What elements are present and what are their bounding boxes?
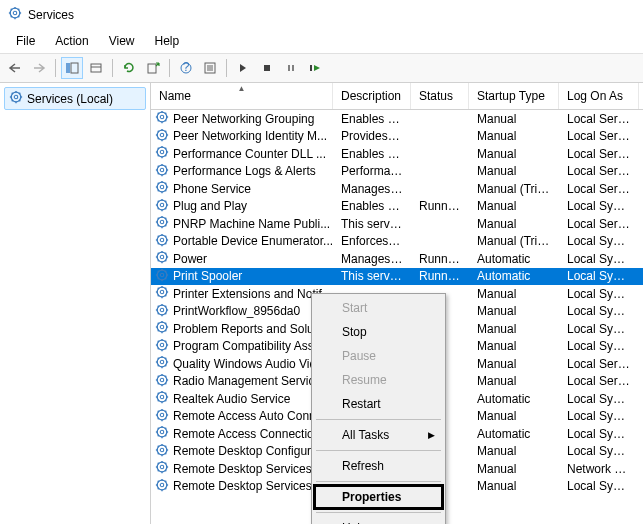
service-row[interactable]: Peer Networking GroupingEnables mul...Ma…	[151, 110, 643, 128]
service-name: Problem Reports and Soluti...	[173, 322, 330, 336]
toolbar-separator	[55, 59, 56, 77]
gear-icon	[155, 215, 169, 232]
show-hide-tree-button[interactable]	[61, 57, 83, 79]
forward-button[interactable]	[28, 57, 50, 79]
service-row[interactable]: Print SpoolerThis service ...RunningAuto…	[151, 268, 643, 286]
service-logon: Local Syste...	[559, 269, 639, 283]
service-row[interactable]: Plug and PlayEnables a c...RunningManual…	[151, 198, 643, 216]
service-name: Quality Windows Audio Vid...	[173, 357, 326, 371]
service-startup: Automatic	[469, 252, 559, 266]
service-name: Remote Access Auto Conne...	[173, 409, 332, 423]
context-menu: Start Stop Pause Resume Restart All Task…	[311, 293, 446, 524]
column-header-name[interactable]: Name▲	[151, 83, 333, 109]
service-startup: Manual	[469, 217, 559, 231]
menu-file[interactable]: File	[6, 31, 45, 51]
gear-icon	[155, 425, 169, 442]
sidebar-services-local[interactable]: Services (Local)	[4, 87, 146, 110]
service-row[interactable]: Performance Logs & AlertsPerformanc...Ma…	[151, 163, 643, 181]
service-logon: Local Syste...	[559, 409, 639, 423]
service-description: This service ...	[333, 217, 411, 231]
service-startup: Manual (Trig...	[469, 182, 559, 196]
gear-icon	[155, 285, 169, 302]
service-name: Portable Device Enumerator...	[173, 234, 333, 248]
context-stop[interactable]: Stop	[314, 320, 443, 344]
service-startup: Manual	[469, 112, 559, 126]
service-startup: Manual	[469, 479, 559, 493]
gear-icon	[155, 320, 169, 337]
menu-help[interactable]: Help	[145, 31, 190, 51]
context-pause: Pause	[314, 344, 443, 368]
gear-icon	[155, 373, 169, 390]
sidebar: Services (Local)	[0, 83, 151, 524]
service-name: Performance Logs & Alerts	[173, 164, 316, 178]
start-service-button[interactable]	[232, 57, 254, 79]
gear-icon	[155, 303, 169, 320]
pause-service-button[interactable]	[280, 57, 302, 79]
stop-service-button[interactable]	[256, 57, 278, 79]
service-logon: Local Syste...	[559, 287, 639, 301]
service-name: PNRP Machine Name Publi...	[173, 217, 330, 231]
context-restart[interactable]: Restart	[314, 392, 443, 416]
service-row[interactable]: Phone ServiceManages th...Manual (Trig..…	[151, 180, 643, 198]
service-name: Peer Networking Grouping	[173, 112, 314, 126]
service-row[interactable]: Peer Networking Identity M...Provides id…	[151, 128, 643, 146]
service-startup: Manual	[469, 147, 559, 161]
service-name: Remote Desktop Configurat...	[173, 444, 331, 458]
properties2-button[interactable]	[199, 57, 221, 79]
refresh-button[interactable]	[118, 57, 140, 79]
service-name: Plug and Play	[173, 199, 247, 213]
menu-action[interactable]: Action	[45, 31, 98, 51]
window-title: Services	[28, 8, 74, 22]
service-logon: Local Syste...	[559, 252, 639, 266]
service-name: Printer Extensions and Notif...	[173, 287, 332, 301]
svg-rect-24	[310, 65, 312, 71]
help-button[interactable]: ?	[175, 57, 197, 79]
context-resume: Resume	[314, 368, 443, 392]
service-startup: Manual	[469, 287, 559, 301]
service-name: Remote Desktop Services	[173, 462, 312, 476]
export-button[interactable]	[142, 57, 164, 79]
service-row[interactable]: Performance Counter DLL ...Enables rem..…	[151, 145, 643, 163]
service-startup: Manual	[469, 304, 559, 318]
service-name: Phone Service	[173, 182, 251, 196]
service-status: Running	[411, 252, 469, 266]
services-icon	[8, 6, 22, 23]
service-row[interactable]: PNRP Machine Name Publi...This service .…	[151, 215, 643, 233]
service-status: Running	[411, 269, 469, 283]
svg-rect-14	[148, 64, 156, 73]
service-name: PrintWorkflow_8956da0	[173, 304, 300, 318]
gear-icon	[155, 128, 169, 145]
service-logon: Local Service	[559, 147, 639, 161]
gear-icon	[155, 460, 169, 477]
service-startup: Automatic	[469, 392, 559, 406]
service-logon: Local Syste...	[559, 479, 639, 493]
svg-rect-21	[264, 65, 270, 71]
service-startup: Automatic	[469, 269, 559, 283]
context-help[interactable]: Help	[314, 516, 443, 524]
service-startup: Automatic	[469, 427, 559, 441]
service-name: Peer Networking Identity M...	[173, 129, 327, 143]
service-row[interactable]: Portable Device Enumerator...Enforces gr…	[151, 233, 643, 251]
service-name: Remote Desktop Services U...	[173, 479, 333, 493]
restart-service-button[interactable]	[304, 57, 326, 79]
column-header-logon[interactable]: Log On As	[559, 83, 639, 109]
context-properties[interactable]: Properties	[314, 485, 443, 509]
context-all-tasks[interactable]: All Tasks▶	[314, 423, 443, 447]
column-header-startup[interactable]: Startup Type	[469, 83, 559, 109]
service-startup: Manual	[469, 357, 559, 371]
gear-icon	[155, 390, 169, 407]
service-row[interactable]: PowerManages p...RunningAutomaticLocal S…	[151, 250, 643, 268]
gear-icon	[155, 478, 169, 495]
column-header-status[interactable]: Status	[411, 83, 469, 109]
gear-icon	[155, 110, 169, 127]
properties-button[interactable]	[85, 57, 107, 79]
service-logon: Local Service	[559, 357, 639, 371]
svg-rect-11	[71, 63, 78, 73]
back-button[interactable]	[4, 57, 26, 79]
gear-icon	[155, 233, 169, 250]
column-header-description[interactable]: Description	[333, 83, 411, 109]
toolbar-separator	[226, 59, 227, 77]
context-separator	[316, 512, 441, 513]
context-refresh[interactable]: Refresh	[314, 454, 443, 478]
menu-view[interactable]: View	[99, 31, 145, 51]
